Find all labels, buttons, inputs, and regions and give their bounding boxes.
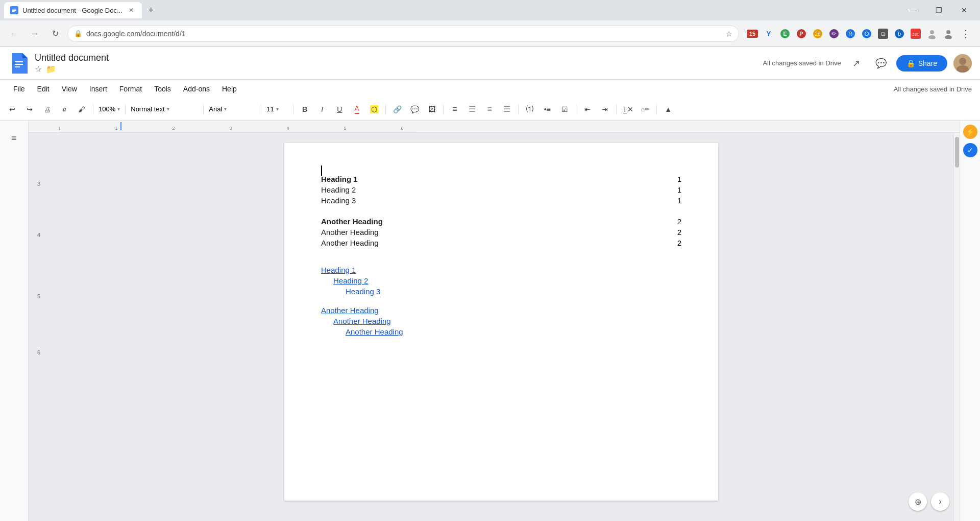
svg-text:O: O bbox=[865, 31, 869, 37]
menu-addons[interactable]: Add-ons bbox=[178, 83, 215, 95]
style-select[interactable]: Normal text ▾ bbox=[129, 102, 200, 116]
extension-icon-2[interactable]: Y bbox=[762, 27, 776, 41]
spellcheck-button[interactable]: 𝒂 bbox=[56, 101, 72, 117]
check-icon[interactable]: ✓ bbox=[963, 143, 977, 157]
star-icon[interactable]: ☆ bbox=[35, 64, 42, 74]
unordered-list-button[interactable]: •≡ bbox=[539, 101, 555, 117]
extension-icon-7[interactable]: R bbox=[843, 27, 857, 41]
scrollbar[interactable] bbox=[953, 133, 960, 521]
extension-icon-11[interactable]: 231 bbox=[909, 27, 923, 41]
document-page[interactable]: Heading 1 1 Heading 2 1 Heading 3 1 bbox=[284, 143, 718, 501]
justify-button[interactable]: ☰ bbox=[499, 101, 515, 117]
close-button[interactable]: ✕ bbox=[952, 2, 976, 18]
extension-icon-5[interactable]: 2d bbox=[811, 27, 825, 41]
svg-point-23 bbox=[928, 35, 936, 39]
drive-status[interactable]: All changes saved in Drive bbox=[894, 85, 972, 93]
toc-link-another2[interactable]: Another Heading bbox=[321, 317, 391, 325]
scrollbar-thumb[interactable] bbox=[955, 137, 959, 168]
list-item: Another Heading bbox=[321, 316, 681, 326]
menu-format[interactable]: Format bbox=[114, 83, 147, 95]
share-button[interactable]: 🔒 Share bbox=[896, 55, 947, 72]
font-size-select[interactable]: 11 ▾ bbox=[264, 102, 290, 116]
table-row: Heading 3 1 bbox=[321, 195, 681, 206]
indent-increase-button[interactable]: ⇥ bbox=[597, 101, 613, 117]
folder-icon[interactable]: 📁 bbox=[46, 64, 56, 74]
svg-rect-1 bbox=[12, 9, 16, 10]
help-nav-button[interactable]: ⊕ bbox=[909, 492, 927, 511]
user-avatar[interactable] bbox=[953, 54, 972, 73]
toc-link-heading1[interactable]: Heading 1 bbox=[321, 266, 356, 274]
toc-link-heading3[interactable]: Heading 3 bbox=[321, 287, 380, 296]
link-button[interactable]: 🔗 bbox=[389, 101, 405, 117]
font-select[interactable]: Arial ▾ bbox=[207, 102, 258, 116]
toc-link-another3[interactable]: Another Heading bbox=[321, 327, 403, 336]
menu-tools[interactable]: Tools bbox=[149, 83, 176, 95]
clear-formatting-button[interactable]: T̲✕ bbox=[620, 101, 636, 117]
close-tab-button[interactable]: ✕ bbox=[127, 6, 136, 15]
docs-title-area: Untitled document ☆ 📁 bbox=[35, 53, 109, 74]
reload-button[interactable]: ↻ bbox=[47, 26, 63, 42]
analytics-button[interactable]: ↗ bbox=[847, 54, 866, 73]
image-button[interactable]: 🖼 bbox=[424, 101, 440, 117]
toolbar-divider-11 bbox=[656, 104, 657, 114]
menu-file[interactable]: File bbox=[8, 83, 30, 95]
svg-point-22 bbox=[930, 30, 934, 34]
italic-button[interactable]: I bbox=[314, 101, 330, 117]
redo-button[interactable]: ↪ bbox=[21, 101, 38, 117]
align-center-button[interactable]: ☰ bbox=[464, 101, 480, 117]
extension-icon-4[interactable]: P bbox=[794, 27, 808, 41]
menu-view[interactable]: View bbox=[57, 83, 82, 95]
more-button[interactable]: ⌂✏ bbox=[637, 101, 653, 117]
collapse-toolbar-button[interactable]: ▲ bbox=[660, 101, 676, 117]
extension-icon-10[interactable]: b bbox=[892, 27, 906, 41]
toc-link-heading2[interactable]: Heading 2 bbox=[321, 276, 368, 285]
ordered-list-button[interactable]: ⑴ bbox=[522, 101, 538, 117]
document-area[interactable]: Heading 1 1 Heading 2 1 Heading 3 1 bbox=[49, 133, 953, 521]
extension-icon-3[interactable]: E bbox=[778, 27, 792, 41]
toolbar-divider-4 bbox=[261, 104, 261, 114]
align-left-button[interactable]: ≡ bbox=[447, 101, 463, 117]
extension-icon-13[interactable] bbox=[941, 27, 955, 41]
bold-button[interactable]: B bbox=[297, 101, 313, 117]
text-color-button[interactable]: A bbox=[349, 101, 365, 117]
comments-button[interactable]: 💬 bbox=[872, 54, 890, 73]
new-tab-button[interactable]: + bbox=[144, 3, 158, 17]
outline-icon[interactable]: ≡ bbox=[5, 129, 23, 147]
checklist-button[interactable]: ☑ bbox=[556, 101, 573, 117]
forward-button[interactable]: → bbox=[27, 26, 43, 42]
svg-text:2d: 2d bbox=[815, 31, 820, 37]
address-bar[interactable]: 🔒 docs.google.com/document/d/1 ☆ bbox=[67, 26, 739, 42]
zoom-select[interactable]: 100% ▾ bbox=[96, 102, 122, 116]
browser-menu-button[interactable]: ⋮ bbox=[958, 26, 974, 42]
extension-icon-1[interactable]: 15 bbox=[745, 27, 760, 41]
toc-page-2: 1 bbox=[658, 184, 681, 195]
minimize-button[interactable]: — bbox=[901, 2, 925, 18]
comment-button[interactable]: 💬 bbox=[406, 101, 423, 117]
undo-button[interactable]: ↩ bbox=[4, 101, 20, 117]
expand-nav-button[interactable]: › bbox=[931, 492, 949, 511]
extension-icon-12[interactable] bbox=[925, 27, 939, 41]
tab-favicon bbox=[10, 6, 18, 14]
back-button[interactable]: ← bbox=[6, 26, 22, 42]
horizontal-ruler: 1 1 2 3 4 5 6 bbox=[29, 121, 960, 133]
paintformat-button[interactable]: 🖌 bbox=[74, 101, 90, 117]
menu-edit[interactable]: Edit bbox=[32, 83, 55, 95]
toc-link-another1[interactable]: Another Heading bbox=[321, 306, 379, 315]
notification-icon[interactable]: ⚡ bbox=[963, 125, 977, 139]
extension-icon-9[interactable]: ⊡ bbox=[876, 27, 890, 41]
bookmark-icon[interactable]: ☆ bbox=[726, 30, 732, 38]
indent-decrease-button[interactable]: ⇤ bbox=[579, 101, 596, 117]
extension-icon-8[interactable]: O bbox=[860, 27, 874, 41]
document-title[interactable]: Untitled document bbox=[35, 53, 109, 63]
extension-icon-6[interactable]: ✏ bbox=[827, 27, 841, 41]
underline-button[interactable]: U bbox=[331, 101, 348, 117]
browser-tab[interactable]: Untitled document - Google Doc... ✕ bbox=[4, 2, 142, 18]
menu-insert[interactable]: Insert bbox=[84, 83, 112, 95]
menu-help[interactable]: Help bbox=[217, 83, 242, 95]
print-button[interactable]: 🖨 bbox=[39, 101, 55, 117]
highlight-button[interactable]: ⬡ bbox=[366, 101, 382, 117]
align-right-button[interactable]: ≡ bbox=[481, 101, 498, 117]
maximize-button[interactable]: ❐ bbox=[927, 2, 950, 18]
svg-rect-3 bbox=[12, 11, 15, 12]
svg-text:1: 1 bbox=[59, 126, 61, 131]
